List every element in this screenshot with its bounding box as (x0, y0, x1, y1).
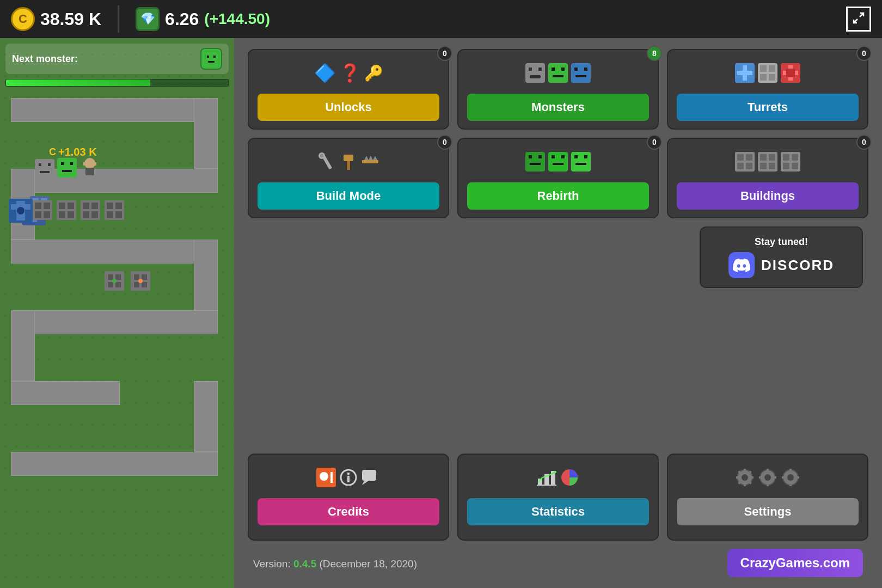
wrench-icon (317, 152, 336, 171)
svg-rect-167 (767, 469, 769, 472)
svg-rect-21 (61, 162, 64, 165)
svg-rect-53 (108, 274, 113, 280)
svg-rect-143 (347, 476, 350, 482)
player-unit (79, 157, 101, 179)
discord-text-label: DISCORD (761, 257, 834, 274)
svg-rect-31 (35, 211, 41, 218)
credits-icons (316, 462, 381, 493)
path-tile (11, 452, 218, 476)
svg-rect-157 (744, 469, 746, 472)
bar-chart-icon (537, 468, 556, 487)
svg-rect-17 (85, 168, 94, 175)
buildings-icons (735, 146, 800, 177)
diamond-icon: 🔷 (314, 63, 336, 83)
svg-rect-82 (760, 65, 767, 72)
svg-rect-122 (583, 167, 585, 169)
fullscreen-button[interactable] (846, 7, 871, 32)
svg-rect-105 (530, 163, 541, 165)
svg-rect-89 (786, 69, 795, 77)
gear-icon-1 (735, 468, 755, 487)
svg-rect-117 (574, 155, 578, 158)
svg-rect-35 (68, 203, 74, 209)
monsters-icons (525, 58, 591, 88)
unlocks-button[interactable]: Unlocks (258, 94, 439, 121)
build-mode-icons (317, 146, 379, 177)
svg-rect-60 (142, 274, 147, 280)
svg-point-172 (787, 474, 794, 481)
statistics-button[interactable]: Statistics (467, 498, 649, 525)
svg-rect-160 (750, 476, 754, 479)
monsters-badge: 8 (647, 46, 662, 61)
saw-icon (361, 152, 379, 171)
svg-rect-113 (552, 167, 554, 169)
svg-rect-2 (203, 50, 220, 68)
svg-rect-103 (529, 155, 532, 158)
svg-rect-124 (737, 154, 744, 161)
gem-icon: 💎 (136, 7, 160, 31)
fullscreen-icon (852, 11, 865, 27)
svg-rect-47 (115, 211, 122, 218)
svg-rect-22 (70, 162, 73, 165)
svg-rect-42 (91, 211, 98, 218)
statistics-card[interactable]: Statistics (457, 454, 659, 541)
coin-display: C 38.59 K (11, 7, 101, 31)
turrets-button[interactable]: Turrets (677, 94, 859, 121)
svg-rect-26 (48, 163, 51, 166)
svg-rect-137 (792, 163, 798, 169)
svg-rect-144 (347, 473, 350, 475)
path-tile (11, 98, 218, 122)
svg-rect-29 (35, 203, 41, 209)
svg-rect-126 (737, 163, 744, 169)
build-mode-card[interactable]: 0 (248, 138, 449, 218)
svg-rect-27 (40, 171, 50, 173)
skull-monster-icon (525, 63, 545, 83)
svg-rect-119 (575, 163, 586, 165)
monsters-card[interactable]: 8 (457, 49, 659, 130)
credits-button[interactable]: Credits (258, 498, 439, 525)
svg-rect-19 (94, 162, 96, 166)
svg-rect-114 (556, 167, 558, 169)
chat-icon (361, 468, 381, 487)
turrets-card[interactable]: 0 (667, 49, 868, 130)
rebirth-button[interactable]: Rebirth (467, 182, 649, 210)
unlocks-card[interactable]: 0 🔷 ❓ 🔑 Unlocks (248, 49, 449, 130)
building-icon-2 (758, 152, 777, 171)
discord-panel[interactable]: Stay tuned! DISCORD (700, 226, 863, 288)
svg-rect-158 (744, 483, 746, 486)
buildings-badge: 0 (856, 134, 872, 150)
svg-rect-30 (44, 203, 50, 209)
topbar: C 38.59 K 💎 6.26 (+144.50) (0, 0, 882, 38)
build-mode-button[interactable]: Build Mode (258, 182, 439, 210)
svg-point-166 (764, 474, 771, 481)
svg-rect-34 (59, 203, 65, 209)
svg-rect-136 (783, 163, 789, 169)
gem-display: 💎 6.26 (+144.50) (136, 7, 270, 31)
blue-turret-icon (735, 63, 755, 83)
building-icon-3 (781, 152, 800, 171)
svg-rect-174 (789, 483, 792, 486)
settings-button[interactable]: Settings (677, 498, 859, 525)
right-panel: 0 🔷 ❓ 🔑 Unlocks 8 (234, 38, 882, 588)
map-container: Next monster: (0, 38, 234, 588)
svg-rect-40 (91, 203, 98, 209)
monsters-button[interactable]: Monsters (467, 94, 649, 121)
buildings-card[interactable]: 0 (667, 138, 868, 218)
path-tile (11, 310, 35, 381)
svg-rect-46 (107, 211, 113, 218)
credits-card[interactable]: Credits (248, 454, 449, 541)
key-icon: 🔑 (364, 64, 383, 82)
rebirth-card[interactable]: 0 (457, 138, 659, 218)
tower-lower-1 (105, 271, 124, 291)
svg-rect-71 (553, 75, 564, 77)
turrets-icons (735, 58, 800, 88)
svg-rect-39 (83, 203, 89, 209)
svg-rect-110 (552, 155, 555, 158)
svg-rect-3 (207, 56, 209, 58)
crazygames-button[interactable]: CrazyGames.com (727, 549, 863, 577)
path-tile (11, 240, 218, 264)
turrets-badge: 0 (856, 46, 872, 61)
svg-rect-44 (107, 203, 113, 209)
gem-gain: (+144.50) (204, 10, 270, 28)
buildings-button[interactable]: Buildings (677, 182, 859, 210)
settings-card[interactable]: Settings (667, 454, 868, 541)
